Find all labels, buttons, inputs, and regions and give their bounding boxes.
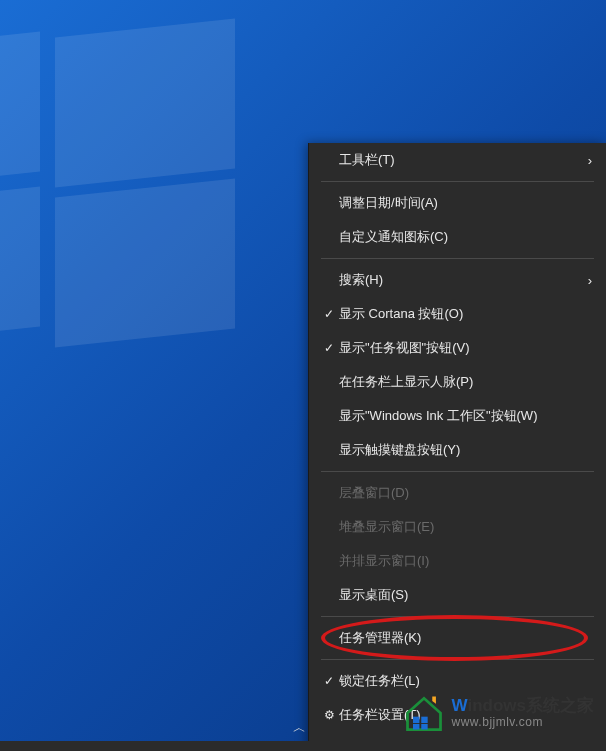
watermark-title: Windows系统之家 — [452, 697, 594, 716]
taskbar[interactable] — [0, 741, 606, 751]
watermark-brand-w: W — [452, 696, 468, 715]
menu-separator — [321, 659, 594, 660]
check-icon: ✓ — [319, 307, 339, 321]
menu-search[interactable]: 搜索(H)› — [309, 263, 606, 297]
menu-item-label: 显示触摸键盘按钮(Y) — [339, 441, 574, 459]
menu-separator — [321, 616, 594, 617]
taskbar-context-menu: 工具栏(T)›调整日期/时间(A)自定义通知图标(C)搜索(H)›✓显示 Cor… — [308, 143, 606, 751]
menu-item-label: 锁定任务栏(L) — [339, 672, 574, 690]
check-icon: ✓ — [319, 341, 339, 355]
menu-item-label: 显示"Windows Ink 工作区"按钮(W) — [339, 407, 574, 425]
menu-customize-notification-icons[interactable]: 自定义通知图标(C) — [309, 220, 606, 254]
menu-show-taskview-button[interactable]: ✓显示"任务视图"按钮(V) — [309, 331, 606, 365]
watermark-brand-suffix: 系统之家 — [526, 696, 594, 715]
menu-separator — [321, 258, 594, 259]
menu-separator — [321, 181, 594, 182]
menu-item-label: 显示 Cortana 按钮(O) — [339, 305, 574, 323]
house-logo-icon — [402, 691, 446, 735]
menu-item-label: 并排显示窗口(I) — [339, 552, 574, 570]
watermark: Windows系统之家 www.bjjmlv.com — [402, 691, 594, 735]
menu-show-cortana-button[interactable]: ✓显示 Cortana 按钮(O) — [309, 297, 606, 331]
menu-separator — [321, 471, 594, 472]
menu-item-label: 显示桌面(S) — [339, 586, 574, 604]
watermark-url: www.bjjmlv.com — [452, 716, 594, 729]
menu-item-label: 堆叠显示窗口(E) — [339, 518, 574, 536]
menu-item-label: 自定义通知图标(C) — [339, 228, 574, 246]
menu-cascade-windows: 层叠窗口(D) — [309, 476, 606, 510]
menu-item-label: 在任务栏上显示人脉(P) — [339, 373, 574, 391]
menu-item-label: 任务管理器(K) — [339, 629, 574, 647]
svg-rect-1 — [421, 717, 427, 723]
svg-rect-2 — [413, 724, 419, 730]
watermark-text: Windows系统之家 www.bjjmlv.com — [452, 697, 594, 729]
logo-pane — [55, 179, 235, 348]
menu-show-desktop[interactable]: 显示桌面(S) — [309, 578, 606, 612]
logo-pane — [0, 32, 40, 189]
menu-side-by-side-windows: 并排显示窗口(I) — [309, 544, 606, 578]
chevron-right-icon: › — [574, 153, 592, 168]
menu-adjust-datetime[interactable]: 调整日期/时间(A) — [309, 186, 606, 220]
menu-item-label: 显示"任务视图"按钮(V) — [339, 339, 574, 357]
check-icon: ✓ — [319, 674, 339, 688]
svg-rect-3 — [421, 724, 427, 730]
chevron-right-icon: › — [574, 273, 592, 288]
menu-show-touch-keyboard[interactable]: 显示触摸键盘按钮(Y) — [309, 433, 606, 467]
menu-show-people[interactable]: 在任务栏上显示人脉(P) — [309, 365, 606, 399]
svg-rect-0 — [413, 717, 419, 723]
windows-logo-bg — [0, 20, 260, 360]
logo-pane — [0, 187, 40, 344]
menu-item-label: 搜索(H) — [339, 271, 574, 289]
menu-show-windows-ink[interactable]: 显示"Windows Ink 工作区"按钮(W) — [309, 399, 606, 433]
menu-toolbars[interactable]: 工具栏(T)› — [309, 143, 606, 177]
menu-item-label: 调整日期/时间(A) — [339, 194, 574, 212]
logo-pane — [55, 19, 235, 188]
menu-stack-windows: 堆叠显示窗口(E) — [309, 510, 606, 544]
menu-task-manager[interactable]: 任务管理器(K) — [309, 621, 606, 655]
menu-item-label: 层叠窗口(D) — [339, 484, 574, 502]
watermark-brand-rest: indows — [467, 696, 526, 715]
gear-icon: ⚙ — [319, 708, 339, 722]
tray-overflow-icon[interactable]: ︿ — [293, 719, 306, 737]
menu-item-label: 工具栏(T) — [339, 151, 574, 169]
